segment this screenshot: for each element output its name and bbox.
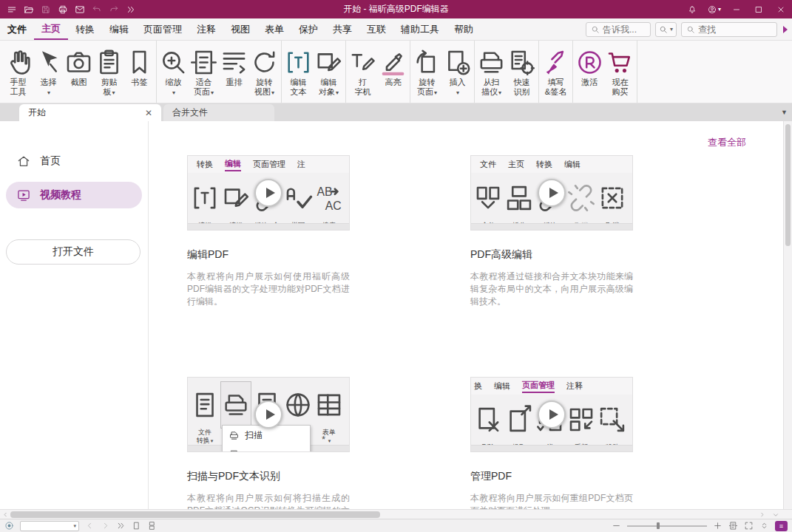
tutorial-thumbnail[interactable]: 文件 主页 转换 编辑 合并 拆分 链接 取消链接 取消选择 <box>470 155 633 231</box>
menu-tab-home[interactable]: 主页 <box>34 18 68 40</box>
assistant-button[interactable]: ≡ <box>775 521 788 531</box>
tutorial-title[interactable]: 扫描与PDF文本识别 <box>187 470 350 483</box>
find-input[interactable] <box>698 24 772 35</box>
play-button[interactable] <box>254 179 282 207</box>
menu-tab-file[interactable]: 文件 <box>0 18 34 40</box>
ribbon-tool-snapshot[interactable]: 截图 <box>64 41 94 87</box>
menu-tab-comment[interactable]: 注释 <box>189 18 223 40</box>
ribbon-tool-clipboard[interactable]: 剪贴板▾ <box>94 41 124 98</box>
view-all-link[interactable]: 查看全部 <box>708 136 746 149</box>
tutorial-card-advanced-edit[interactable]: 文件 主页 转换 编辑 合并 拆分 链接 取消链接 取消选择 P <box>470 155 633 308</box>
panel-collapse-arrow-icon[interactable] <box>783 26 788 33</box>
ribbon-tool-buy-now[interactable]: 现在购买 <box>605 41 635 97</box>
redo-icon[interactable] <box>109 4 119 15</box>
search-options-dropdown[interactable]: ▾ <box>655 22 677 37</box>
reflow-icon <box>219 47 249 78</box>
sidebar-item-video-tutorials[interactable]: 视频教程 <box>6 182 142 208</box>
zoom-in-icon[interactable] <box>713 521 722 531</box>
mini-tool: 删除 <box>473 396 504 443</box>
save-icon[interactable] <box>41 4 51 15</box>
maximize-button[interactable] <box>748 0 770 18</box>
menu-item-clipped[interactable] <box>223 445 310 452</box>
tutorial-title[interactable]: 管理PDF <box>470 470 633 483</box>
menu-tab-edit[interactable]: 编辑 <box>102 18 136 40</box>
zoom-out-icon[interactable] <box>612 521 621 531</box>
tell-me-search[interactable] <box>586 22 651 37</box>
close-button[interactable] <box>770 0 792 18</box>
single-page-view-icon[interactable] <box>132 521 141 531</box>
more-pages-icon[interactable] <box>116 521 126 531</box>
ribbon-tool-reflow[interactable]: 重排 <box>219 41 249 87</box>
ribbon-tool-activate[interactable]: 激活 <box>575 41 605 87</box>
find-search[interactable] <box>681 22 777 37</box>
ribbon-tool-typewriter[interactable]: 打字机 <box>348 41 378 97</box>
fullscreen-icon[interactable] <box>744 521 754 531</box>
menu-tab-connect[interactable]: 互联 <box>359 18 393 40</box>
zoom-slider[interactable] <box>627 521 707 531</box>
continuous-view-icon[interactable] <box>147 521 157 531</box>
fit-page-icon[interactable] <box>728 521 738 531</box>
vertical-scrollbar[interactable] <box>783 121 792 509</box>
tutorial-card-scan-ocr[interactable]: 文件转换▾ 从扫描仪▾ 从网页 表单▾ 扫描 * 扫描与PDF文本识别 <box>187 377 350 509</box>
undo-icon[interactable] <box>92 4 102 15</box>
minimize-button[interactable] <box>725 0 748 18</box>
play-button[interactable] <box>538 400 566 429</box>
ribbon-tool-scanner[interactable]: 从扫描仪▾ <box>476 41 507 98</box>
vertical-scrollbar-thumb[interactable] <box>785 124 791 246</box>
tutorial-thumbnail[interactable]: 转换 编辑 页面管理 注 编辑文本 编辑对象▾ 链接&合并文本 拼写检查 ABA… <box>187 155 350 231</box>
ribbon-tool-edit-text[interactable]: 编辑文本 <box>283 41 314 97</box>
account-button[interactable]: ▾ <box>703 0 725 18</box>
menu-tab-form[interactable]: 表单 <box>257 18 291 40</box>
tutorial-card-organize-pdf[interactable]: 换 编辑 页面管理 注释 删除 提取 逆页序 重新排列 移动 管 <box>470 377 633 509</box>
ribbon-tool-bookmark[interactable]: 书签 <box>124 41 155 87</box>
notifications-button[interactable] <box>681 0 703 18</box>
ribbon-tool-hand[interactable]: 手型工具 <box>3 41 33 97</box>
ribbon-tool-fill-sign[interactable]: 填写&签名 <box>541 41 571 97</box>
mail-icon[interactable] <box>75 4 85 15</box>
quick-access-more-icon[interactable] <box>126 4 136 15</box>
tutorial-thumbnail[interactable]: 换 编辑 页面管理 注释 删除 提取 逆页序 重新排列 移动 <box>470 377 633 452</box>
tutorial-title[interactable]: PDF高级编辑 <box>470 248 633 262</box>
ribbon-tool-fit-page[interactable]: 适合页面▾ <box>189 41 219 98</box>
tell-me-input[interactable] <box>603 24 646 35</box>
next-page-icon[interactable] <box>101 521 110 531</box>
open-file-button[interactable]: 打开文件 <box>6 239 141 265</box>
ribbon-tool-zoom[interactable]: 缩放▾ <box>158 41 189 98</box>
play-button[interactable] <box>538 179 566 207</box>
sidebar-item-home[interactable]: 首页 <box>0 149 148 173</box>
menu-tab-help[interactable]: 帮助 <box>447 18 481 40</box>
menu-tab-convert[interactable]: 转换 <box>68 18 102 40</box>
ribbon-tool-ocr[interactable]: 快速识别 <box>507 41 537 97</box>
doc-tab-start[interactable]: 开始 ✕ <box>19 104 161 121</box>
page-select-box[interactable]: ▾ <box>20 521 79 531</box>
tutorial-thumbnail[interactable]: 文件转换▾ 从扫描仪▾ 从网页 表单▾ 扫描 * <box>187 377 350 452</box>
menu-tab-view[interactable]: 视图 <box>223 18 257 40</box>
open-file-icon[interactable] <box>24 4 34 15</box>
play-button[interactable] <box>254 400 282 429</box>
menu-tab-share[interactable]: 共享 <box>325 18 359 40</box>
zoom-slider-thumb[interactable] <box>657 522 660 529</box>
horizontal-scrollbar-thumb[interactable] <box>10 511 380 518</box>
ribbon-tool-highlight[interactable]: 高亮 <box>378 41 408 87</box>
tab-overflow-caret-icon[interactable]: ▼ <box>781 109 788 116</box>
ribbon-tool-edit-object[interactable]: 编辑对象▾ <box>314 41 344 98</box>
close-tab-icon[interactable]: ✕ <box>145 108 152 118</box>
previous-page-icon[interactable] <box>85 521 95 531</box>
menu-tab-organize[interactable]: 页面管理 <box>136 18 189 40</box>
tutorial-title[interactable]: 编辑PDF <box>187 248 350 262</box>
ribbon-tool-insert[interactable]: 插入▾ <box>442 41 473 98</box>
caret-down-icon: ▾ <box>456 89 459 96</box>
menu-tab-accessibility[interactable]: 辅助工具 <box>393 18 447 40</box>
close-icon <box>776 5 785 14</box>
ribbon-tool-rotate-view[interactable]: 旋转视图▾ <box>249 41 280 98</box>
ribbon-tool-select[interactable]: 选择▾ <box>33 41 64 98</box>
doc-tab-combine[interactable]: 合并文件 <box>163 104 274 121</box>
status-app-icon[interactable] <box>4 521 14 531</box>
ribbon-tool-rotate-page[interactable]: 旋转页面▾ <box>412 41 442 98</box>
print-icon[interactable] <box>58 4 68 15</box>
horizontal-scrollbar[interactable] <box>0 509 792 519</box>
tutorial-card-edit-pdf[interactable]: 转换 编辑 页面管理 注 编辑文本 编辑对象▾ 链接&合并文本 拼写检查 ABA… <box>187 155 350 308</box>
menu-tab-protect[interactable]: 保护 <box>291 18 325 40</box>
app-menu-icon[interactable] <box>7 4 17 15</box>
scroll-arrows-icon[interactable] <box>759 521 769 531</box>
